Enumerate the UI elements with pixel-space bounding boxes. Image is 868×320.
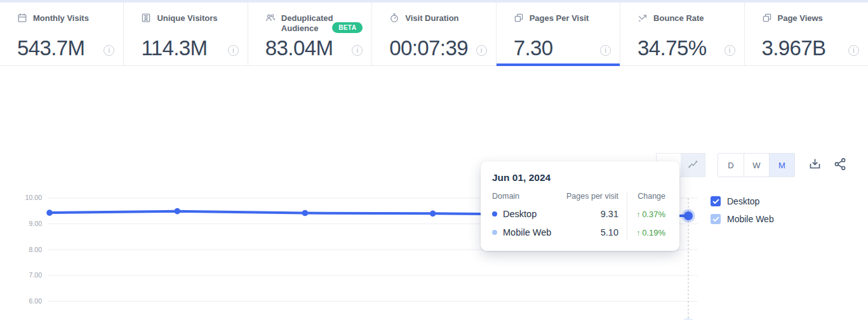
metric-label: Page Views xyxy=(778,13,823,23)
pages-icon xyxy=(514,13,524,25)
metric-value: 83.04M xyxy=(265,36,333,60)
checkbox-checked-icon[interactable] xyxy=(711,214,721,224)
metric-value: 114.3M xyxy=(141,36,207,60)
info-icon[interactable]: i xyxy=(600,45,611,56)
svg-text:10.00: 10.00 xyxy=(25,194,42,201)
legend-label: Desktop xyxy=(727,196,759,206)
tooltip-domain-name: Desktop xyxy=(503,209,537,219)
info-icon[interactable]: i xyxy=(103,45,114,56)
stopwatch-icon xyxy=(389,13,399,25)
checkbox-checked-icon[interactable] xyxy=(711,196,721,206)
metric-value: 7.30 xyxy=(514,36,553,60)
metric-card-header: Unique Visitors xyxy=(141,13,238,35)
metric-value: 543.7M xyxy=(17,36,84,60)
arrow-up-icon: ↑ xyxy=(636,229,640,237)
series-dot-icon xyxy=(492,211,497,217)
metric-card-header: Bounce Rate xyxy=(638,13,735,35)
pages-per-visit-chart-section: DWM DesktopMobile Web xyxy=(0,66,868,319)
arrow-up-icon: ↑ xyxy=(636,210,640,219)
metric-card-deduplicated-audience[interactable]: Deduplicated AudienceBETA83.04Mi xyxy=(248,3,371,65)
metric-value: 00:07:39 xyxy=(389,36,468,60)
metric-label: Pages Per Visit xyxy=(530,13,589,23)
calendar-icon xyxy=(17,13,27,25)
tooltip-col-domain: Domain xyxy=(492,192,558,201)
legend-item-mobile-web[interactable]: Mobile Web xyxy=(711,214,774,224)
tooltip-change: ↑0.19% xyxy=(618,228,665,237)
metric-card-pages-per-visit[interactable]: Pages Per Visit7.30i xyxy=(496,3,620,65)
tooltip-divider xyxy=(627,192,627,241)
legend-item-desktop[interactable]: Desktop xyxy=(711,196,774,206)
metric-card-header: Page Views xyxy=(762,13,859,35)
metric-card-header: Visit Duration xyxy=(389,13,486,35)
info-icon[interactable]: i xyxy=(848,45,859,56)
metric-label: Bounce Rate xyxy=(653,13,704,23)
svg-text:9.00: 9.00 xyxy=(29,220,43,227)
tooltip-value: 5.10 xyxy=(558,227,618,237)
analytics-overview-page: Monthly Visits543.7MiUnique Visitors114.… xyxy=(0,0,868,319)
metric-value: 3.967B xyxy=(762,36,826,60)
metric-card-unique-visitors[interactable]: Unique Visitors114.3Mi xyxy=(123,3,247,65)
metric-label: Visit Duration xyxy=(405,13,458,23)
share-button[interactable] xyxy=(833,157,848,173)
metrics-bar: Monthly Visits543.7MiUnique Visitors114.… xyxy=(0,0,868,66)
granularity-d-button[interactable]: D xyxy=(718,154,744,177)
granularity-m-button[interactable]: M xyxy=(769,154,794,177)
chart-tooltip: Jun 01, 2024 Domain Pages per visit Chan… xyxy=(481,161,679,251)
line-chart-toggle-button[interactable] xyxy=(681,154,705,177)
tooltip-value: 9.31 xyxy=(558,209,618,219)
download-icon xyxy=(808,164,822,173)
bounce-arrow-icon xyxy=(638,13,648,25)
tooltip-row-mobile-web: Mobile Web5.10↑0.19% xyxy=(481,227,679,237)
info-icon[interactable]: i xyxy=(352,45,363,56)
tooltip-col-change: Change xyxy=(618,192,665,201)
granularity-switch: DWM xyxy=(718,153,795,177)
svg-text:7.00: 7.00 xyxy=(29,271,43,279)
tooltip-column-headers: Domain Pages per visit Change xyxy=(481,192,679,201)
metric-card-header: Pages Per Visit xyxy=(514,13,611,35)
beta-badge: BETA xyxy=(332,22,363,33)
share-icon xyxy=(833,164,848,173)
tooltip-change: ↑0.37% xyxy=(618,210,665,219)
metric-card-visit-duration[interactable]: Visit Duration00:07:39i xyxy=(371,3,495,65)
pages-icon xyxy=(762,13,772,25)
tooltip-col-value: Pages per visit xyxy=(558,192,618,201)
id-card-icon xyxy=(141,13,151,25)
line-chart-icon xyxy=(688,159,698,171)
granularity-w-button[interactable]: W xyxy=(744,154,769,177)
metric-label: Unique Visitors xyxy=(157,13,217,23)
metric-card-monthly-visits[interactable]: Monthly Visits543.7Mi xyxy=(0,3,123,65)
download-button[interactable] xyxy=(808,157,822,173)
metric-label: Monthly Visits xyxy=(33,13,89,23)
tooltip-date: Jun 01, 2024 xyxy=(481,161,679,183)
info-icon[interactable]: i xyxy=(476,45,487,56)
tooltip-domain-name: Mobile Web xyxy=(503,227,551,237)
tooltip-row-desktop: Desktop9.31↑0.37% xyxy=(481,209,679,219)
info-icon[interactable]: i xyxy=(724,45,735,56)
svg-text:6.00: 6.00 xyxy=(29,297,43,305)
chart-legend: DesktopMobile Web xyxy=(711,196,774,224)
metric-value: 34.75% xyxy=(638,36,706,60)
metric-card-page-views[interactable]: Page Views3.967Bi xyxy=(744,3,868,65)
metric-card-header: Monthly Visits xyxy=(17,13,114,35)
svg-text:8.00: 8.00 xyxy=(29,246,43,253)
metric-card-bounce-rate[interactable]: Bounce Rate34.75%i xyxy=(620,3,744,65)
people-icon xyxy=(265,13,276,25)
series-dot-icon xyxy=(492,230,497,235)
info-icon[interactable]: i xyxy=(228,45,239,56)
legend-label: Mobile Web xyxy=(727,214,774,224)
